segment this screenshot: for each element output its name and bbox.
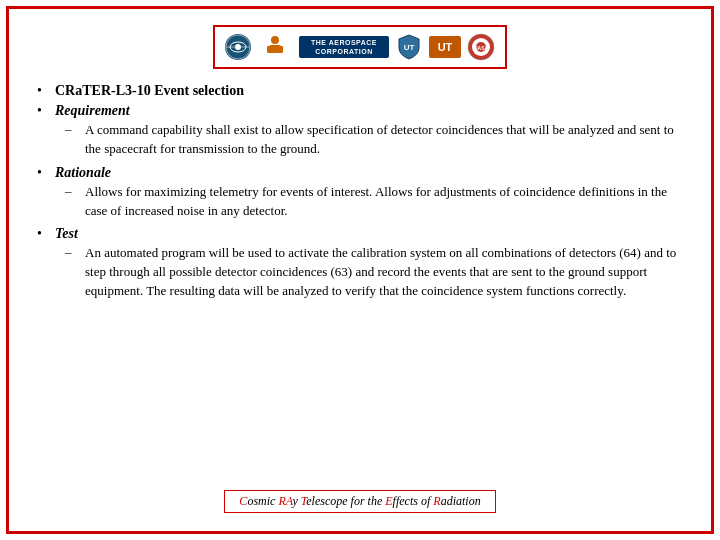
bullet-4-sub: – An automated program will be used to a… <box>65 244 683 301</box>
logo-icon-2 <box>257 34 293 60</box>
bullet-4-text: An automated program will be used to act… <box>85 244 683 301</box>
bullet-3-sub: – Allows for maximizing telemetry for ev… <box>65 183 683 221</box>
dash-4: – <box>65 244 85 260</box>
bullet-2-title: Requirement <box>55 103 130 119</box>
bullet-dot-3: • <box>37 165 55 181</box>
bullet-item-3: • Rationale <box>37 165 683 181</box>
bullet-3-text: Allows for maximizing telemetry for even… <box>85 183 683 221</box>
svg-text:NASA: NASA <box>474 45 489 51</box>
bullet-dot-4: • <box>37 226 55 242</box>
bullet-1-title: CRaTER-L3-10 Event selection <box>55 83 244 99</box>
svg-rect-7 <box>279 46 283 53</box>
bullet-3-title: Rationale <box>55 165 111 181</box>
bullet-item-1: • CRaTER-L3-10 Event selection <box>37 83 683 99</box>
logo-ut: UT <box>429 36 461 58</box>
svg-point-3 <box>235 44 241 50</box>
svg-text:UT: UT <box>404 43 415 52</box>
slide-border: THE AEROSPACECORPORATION UT UT <box>6 6 714 534</box>
svg-rect-6 <box>267 46 271 53</box>
bullet-2-sub: – A command capability shall exist to al… <box>65 121 683 159</box>
logo-icon-badge: NASA <box>467 33 495 61</box>
bullet-4-title: Test <box>55 226 78 242</box>
logo-aerospace: THE AEROSPACECORPORATION <box>299 36 389 58</box>
footer-text: Cosmic RAy Telescope for the Effects of … <box>239 494 480 508</box>
bullet-dot-2: • <box>37 103 55 119</box>
dash-3: – <box>65 183 85 199</box>
main-content: • CRaTER-L3-10 Event selection • Require… <box>9 69 711 321</box>
footer-box: Cosmic RAy Telescope for the Effects of … <box>224 490 495 513</box>
logo-icon-1 <box>225 34 251 60</box>
header-logo-bar: THE AEROSPACECORPORATION UT UT <box>213 25 507 69</box>
bullet-2-text: A command capability shall exist to allo… <box>85 121 683 159</box>
bullet-dot-1: • <box>37 83 55 99</box>
logo-icon-shield: UT <box>395 34 423 60</box>
dash-2: – <box>65 121 85 137</box>
bullet-item-4: • Test <box>37 226 683 242</box>
footer: Cosmic RAy Telescope for the Effects of … <box>9 490 711 513</box>
bullet-item-2: • Requirement <box>37 103 683 119</box>
svg-point-4 <box>271 36 279 44</box>
